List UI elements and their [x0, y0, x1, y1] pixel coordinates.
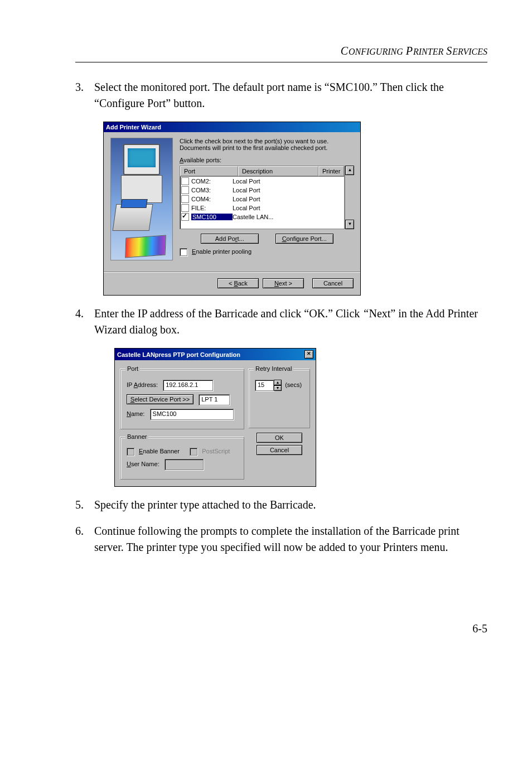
add-printer-wizard-dialog: Add Printer Wizard Click the check box n… [103, 122, 361, 296]
step-5-number: 5. [75, 497, 94, 513]
banner-groupbox: Banner Enable Banner PostScript User Nam… [120, 437, 244, 480]
printer-icon [113, 204, 153, 231]
wizard-title: Add Printer Wizard [106, 124, 161, 130]
step-3-text: Select the monitored port. The default p… [94, 79, 487, 112]
step-4-number: 4. [75, 306, 94, 338]
select-device-port-button[interactable]: Select Device Port >> [127, 394, 194, 404]
port-row[interactable]: COM4:Local Port [180, 195, 344, 204]
user-name-label: User Name: [127, 461, 159, 467]
castelle-config-dialog: Castelle LANpress PTP port Configuration… [114, 348, 316, 487]
user-name-input[interactable] [165, 459, 204, 470]
step-6-number: 6. [75, 523, 94, 555]
configure-port-button[interactable]: Configure Port... [275, 234, 333, 244]
wizard-titlebar: Add Printer Wizard [104, 122, 360, 132]
name-label: Name: [127, 410, 144, 417]
enable-banner-checkbox[interactable] [127, 448, 134, 456]
column-printer[interactable]: Printer [318, 166, 344, 176]
wizard-sidebar-art [110, 138, 173, 260]
castelle-cancel-button[interactable]: Cancel [257, 445, 302, 455]
close-icon[interactable]: ✕ [304, 350, 313, 359]
wizard-instruction-2: Documents will print to the first availa… [180, 144, 354, 151]
step-6-text: Continue following the prompts to comple… [94, 523, 487, 555]
postscript-checkbox[interactable] [190, 448, 197, 456]
enable-pooling-label: Enable printer pooling [192, 248, 252, 255]
castelle-titlebar: Castelle LANpress PTP port Configuration… [115, 349, 316, 360]
column-port[interactable]: Port [180, 166, 238, 176]
postscript-label: PostScript [202, 448, 230, 454]
add-port-button[interactable]: Add Port... [201, 234, 259, 244]
next-button[interactable]: Next > [263, 278, 304, 288]
port-row[interactable]: COM2:Local Port [180, 177, 344, 186]
retry-unit-label: (secs) [285, 381, 302, 388]
retry-interval-legend: Retry Interval [254, 365, 293, 372]
port-row[interactable]: COM3:Local Port [180, 186, 344, 195]
banner-legend: Banner [125, 433, 148, 440]
enable-pooling-checkbox[interactable] [180, 248, 187, 256]
step-3-number: 3. [75, 79, 94, 112]
ports-scrollbar[interactable]: ▲ ▼ [345, 166, 354, 229]
port-name-input[interactable]: SMC100 [150, 409, 234, 420]
step-5-text: Specify the printer type attached to the… [94, 497, 487, 513]
header-rule [75, 62, 487, 62]
page-number: 6-5 [75, 622, 487, 635]
column-description[interactable]: Description [238, 166, 318, 176]
retry-spin-buttons[interactable]: ▲▼ [274, 380, 282, 391]
scroll-up-icon[interactable]: ▲ [345, 166, 354, 175]
device-port-input[interactable]: LPT 1 [199, 394, 230, 405]
color-swatch-icon [125, 235, 166, 258]
step-4-text: Enter the IP address of the Barricade an… [94, 306, 487, 338]
wizard-instruction-1: Click the check box next to the port(s) … [180, 138, 354, 144]
port-row-selected[interactable]: SMC100Castelle LAN... [180, 212, 344, 221]
port-groupbox: Port IP Address: 192.168.2.1 Select Devi… [120, 369, 244, 429]
retry-interval-groupbox: Retry Interval 15 ▲▼ (secs) [249, 369, 310, 428]
windows-logo-icon [136, 151, 148, 161]
port-legend: Port [125, 365, 140, 372]
retry-interval-input[interactable]: 15 [255, 380, 274, 391]
enable-banner-label: Enable Banner [139, 448, 180, 454]
ok-button[interactable]: OK [257, 433, 302, 443]
ip-address-label: IP Address: [127, 381, 158, 388]
scroll-down-icon[interactable]: ▼ [345, 220, 354, 229]
port-row[interactable]: FILE:Local Port [180, 204, 344, 212]
back-button[interactable]: < Back [217, 278, 259, 288]
ip-address-input[interactable]: 192.168.2.1 [163, 380, 213, 391]
page-header: CONFIGURING PRINTER SERVICES [75, 45, 487, 57]
cancel-button[interactable]: Cancel [312, 278, 354, 288]
castelle-title: Castelle LANpress PTP port Configuration [117, 351, 240, 358]
ports-listview[interactable]: Port Description Printer COM2:Local Port… [180, 166, 345, 229]
available-ports-label: Available ports: [180, 157, 221, 163]
